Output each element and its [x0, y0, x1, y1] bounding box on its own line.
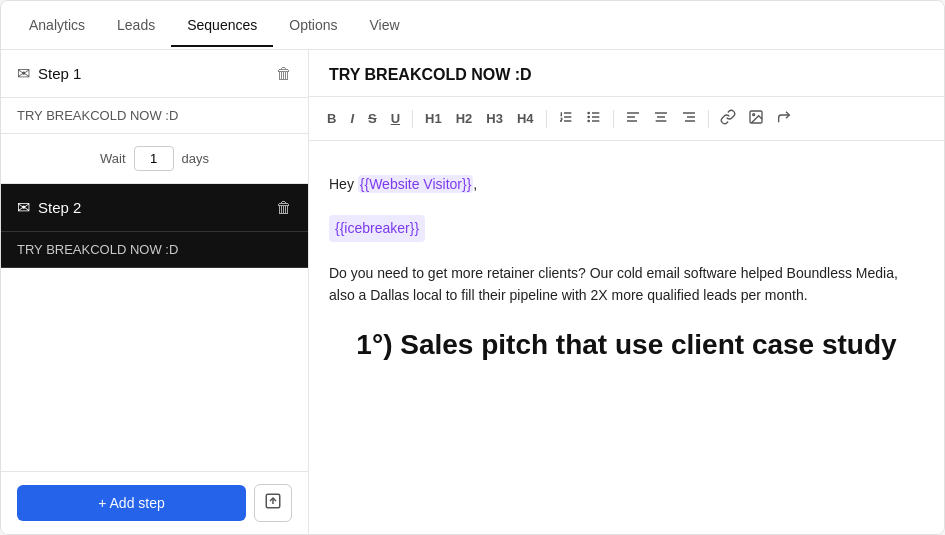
- step1-subject: TRY BREAKCOLD NOW :D: [1, 98, 308, 134]
- step2-delete-icon[interactable]: 🗑: [276, 199, 292, 217]
- strikethrough-button[interactable]: S: [362, 107, 383, 130]
- underline-button[interactable]: U: [385, 107, 406, 130]
- nav-item-view[interactable]: View: [354, 3, 416, 47]
- toolbar-sep-3: [613, 110, 614, 128]
- toolbar-sep-4: [708, 110, 709, 128]
- image-button[interactable]: [743, 105, 769, 132]
- app-container: Analytics Leads Sequences Options View ✉…: [0, 0, 945, 535]
- h2-button[interactable]: H2: [450, 107, 479, 130]
- h4-button[interactable]: H4: [511, 107, 540, 130]
- svg-point-10: [588, 120, 589, 121]
- nav-item-analytics[interactable]: Analytics: [13, 3, 101, 47]
- svg-point-21: [752, 114, 754, 116]
- h3-button[interactable]: H3: [480, 107, 509, 130]
- nav-item-sequences[interactable]: Sequences: [171, 3, 273, 47]
- wait-label: Wait: [100, 151, 126, 166]
- step2-subject: TRY BREAKCOLD NOW :D: [1, 232, 308, 268]
- svg-point-9: [588, 116, 589, 117]
- svg-point-8: [588, 112, 589, 113]
- step1-header-left: ✉ Step 1: [17, 64, 81, 83]
- italic-button[interactable]: I: [344, 107, 360, 130]
- step2-header[interactable]: ✉ Step 2 🗑: [1, 184, 308, 232]
- editor-content[interactable]: Hey {{Website Visitor}}, {{icebreaker}} …: [309, 141, 944, 534]
- wait-row: Wait days: [1, 134, 308, 184]
- toolbar-sep-1: [412, 110, 413, 128]
- nav-item-leads[interactable]: Leads: [101, 3, 171, 47]
- greeting-text: Hey: [329, 176, 358, 192]
- step1-mail-icon: ✉: [17, 64, 30, 83]
- body-text: Do you need to get more retainer clients…: [329, 262, 924, 307]
- align-left-button[interactable]: [620, 105, 646, 132]
- step1-label: Step 1: [38, 65, 81, 82]
- align-center-button[interactable]: [648, 105, 674, 132]
- icebreaker-tag: {{icebreaker}}: [329, 215, 425, 241]
- step1-header[interactable]: ✉ Step 1 🗑: [1, 50, 308, 98]
- big-heading: 1°) Sales pitch that use client case stu…: [329, 327, 924, 363]
- import-icon: [264, 492, 282, 514]
- list-unordered-button[interactable]: [581, 105, 607, 132]
- top-nav: Analytics Leads Sequences Options View: [1, 1, 944, 50]
- right-panel: TRY BREAKCOLD NOW :D B I S U H1 H2 H3 H4: [309, 50, 944, 534]
- email-title: TRY BREAKCOLD NOW :D: [309, 50, 944, 97]
- toolbar: B I S U H1 H2 H3 H4: [309, 97, 944, 141]
- align-right-button[interactable]: [676, 105, 702, 132]
- step2-label: Step 2: [38, 199, 81, 216]
- bold-button[interactable]: B: [321, 107, 342, 130]
- redo-button[interactable]: [771, 105, 797, 132]
- list-ordered-button[interactable]: [553, 105, 579, 132]
- add-step-button[interactable]: + Add step: [17, 485, 246, 521]
- step2-header-left: ✉ Step 2: [17, 198, 81, 217]
- h1-button[interactable]: H1: [419, 107, 448, 130]
- left-panel: ✉ Step 1 🗑 TRY BREAKCOLD NOW :D Wait day…: [1, 50, 309, 534]
- step1-delete-icon[interactable]: 🗑: [276, 65, 292, 83]
- wait-input[interactable]: [134, 146, 174, 171]
- main-content: ✉ Step 1 🗑 TRY BREAKCOLD NOW :D Wait day…: [1, 50, 944, 534]
- toolbar-sep-2: [546, 110, 547, 128]
- add-step-row: + Add step: [1, 471, 308, 534]
- days-label: days: [182, 151, 209, 166]
- greeting-end: ,: [473, 176, 477, 192]
- greeting-line: Hey {{Website Visitor}},: [329, 173, 924, 195]
- website-visitor-tag: {{Website Visitor}}: [358, 175, 474, 193]
- link-button[interactable]: [715, 105, 741, 132]
- nav-item-options[interactable]: Options: [273, 3, 353, 47]
- icebreaker-line: {{icebreaker}}: [329, 207, 924, 249]
- import-button[interactable]: [254, 484, 292, 522]
- step2-mail-icon: ✉: [17, 198, 30, 217]
